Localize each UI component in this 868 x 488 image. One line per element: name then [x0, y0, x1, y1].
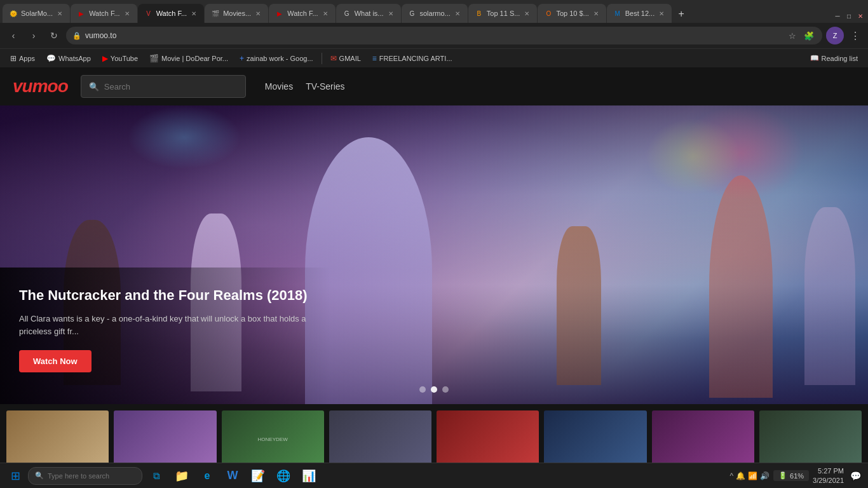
- thumbnail-7[interactable]: [652, 410, 754, 463]
- thumb-inner-7: [652, 410, 754, 463]
- hero-description: All Clara wants is a key - a one-of-a-ki…: [19, 313, 311, 337]
- thumbnail-8[interactable]: [759, 410, 862, 463]
- tab-favicon-6: G: [342, 9, 351, 18]
- taskbar-word[interactable]: 📝: [247, 464, 269, 487]
- tab-close-1[interactable]: ✕: [56, 9, 64, 18]
- tab-bar: 🌞 SolarMo... ✕ ▶ Watch F... ✕ V Watch F.…: [0, 0, 868, 23]
- tab-movies[interactable]: 🎬 Movies... ✕: [205, 4, 268, 23]
- taskbar-search-input[interactable]: [48, 472, 135, 480]
- bookmark-separator: [322, 53, 322, 64]
- watch-now-button[interactable]: Watch Now: [19, 350, 92, 372]
- taskbar-office-w[interactable]: W: [221, 464, 244, 487]
- carousel-dot-1[interactable]: [419, 386, 426, 393]
- close-window-button[interactable]: ✕: [855, 11, 865, 21]
- nav-movies[interactable]: Movies: [265, 81, 293, 92]
- data-app-icon: 📊: [302, 469, 316, 483]
- tab-close-6[interactable]: ✕: [387, 9, 395, 18]
- tab-watchf-2[interactable]: ▶ Watch F... ✕: [71, 4, 137, 23]
- notification-button[interactable]: 💬: [848, 468, 863, 484]
- profile-button[interactable]: Z: [826, 27, 844, 44]
- bookmark-zainab[interactable]: + zainab work - Goog...: [234, 53, 318, 64]
- hero-tree-green: [646, 118, 741, 194]
- thumbnail-4[interactable]: [329, 410, 431, 463]
- file-explorer-icon: 📁: [175, 469, 189, 483]
- extensions-icon[interactable]: 🧩: [802, 29, 816, 43]
- tab-close-10[interactable]: ✕: [658, 9, 665, 18]
- start-button[interactable]: ⊞: [5, 466, 25, 486]
- carousel-dot-3[interactable]: [442, 386, 449, 393]
- site-header: vumoo 🔍 Movies TV-Series: [0, 67, 868, 105]
- tab-best12[interactable]: M Best 12... ✕: [607, 4, 672, 23]
- tray-sound-icon[interactable]: 🔊: [760, 471, 770, 480]
- taskbar-file-explorer[interactable]: 📁: [170, 464, 193, 487]
- battery-indicator[interactable]: 🔋 61%: [773, 470, 809, 481]
- tray-wifi-icon[interactable]: 📶: [748, 471, 757, 480]
- thumbnail-6[interactable]: [544, 410, 646, 463]
- tab-label-1: SolarMo...: [21, 10, 53, 17]
- tab-solarmo[interactable]: G solarmo... ✕: [402, 4, 468, 23]
- site-search-box[interactable]: 🔍: [81, 75, 246, 98]
- thumbnail-1[interactable]: [6, 410, 109, 463]
- tab-close-3[interactable]: ✕: [190, 9, 198, 18]
- zainab-icon: +: [240, 54, 244, 63]
- thumbnail-5[interactable]: [437, 410, 539, 463]
- edge-icon: e: [205, 470, 210, 482]
- tray-network-icon[interactable]: 🔔: [736, 471, 745, 480]
- reading-list-icon: 📖: [810, 54, 819, 62]
- tab-close-9[interactable]: ✕: [592, 9, 600, 18]
- thumbnail-2[interactable]: [114, 410, 216, 463]
- taskbar-taskview[interactable]: ⧉: [145, 464, 168, 487]
- hero-char-far-right: [804, 207, 855, 385]
- new-tab-button[interactable]: +: [672, 5, 690, 23]
- hero-ice-top: [127, 105, 241, 169]
- bookmark-whatsapp[interactable]: 💬 WhatsApp: [41, 53, 96, 64]
- vumoo-logo[interactable]: vumoo: [13, 76, 68, 97]
- minimize-button[interactable]: ─: [832, 11, 843, 21]
- bookmark-freelancing[interactable]: ≡ FREELANCING ARTI...: [367, 53, 458, 64]
- taskbar-search-box[interactable]: 🔍: [28, 467, 142, 485]
- site-search-input[interactable]: [104, 82, 238, 92]
- tab-solarmovie[interactable]: 🌞 SolarMo... ✕: [3, 4, 70, 23]
- tab-favicon-10: M: [613, 9, 622, 18]
- taskbar-data-app[interactable]: 📊: [297, 464, 320, 487]
- clock-time: 5:27 PM: [813, 466, 844, 475]
- url-text: vumoo.to: [85, 31, 782, 40]
- tab-favicon-2: ▶: [77, 9, 86, 18]
- carousel-dot-2[interactable]: [431, 386, 437, 393]
- gmail-icon: ✉: [330, 54, 337, 63]
- taskbar-chrome[interactable]: 🌐: [272, 464, 295, 487]
- bookmark-star-icon[interactable]: ☆: [785, 29, 799, 43]
- tab-favicon-9: O: [544, 9, 553, 18]
- tab-close-8[interactable]: ✕: [523, 9, 531, 18]
- maximize-button[interactable]: □: [844, 11, 854, 21]
- browser-menu-button[interactable]: ⋮: [848, 29, 863, 43]
- url-bar[interactable]: 🔒 vumoo.to ☆ 🧩: [66, 27, 822, 44]
- thumb-inner-5: [437, 410, 539, 463]
- tray-arrow-icon[interactable]: ^: [729, 471, 733, 480]
- tab-close-2[interactable]: ✕: [123, 9, 131, 18]
- forward-button[interactable]: ›: [25, 27, 42, 44]
- reading-list-button[interactable]: 📖 Reading list: [805, 53, 863, 64]
- system-clock[interactable]: 5:27 PM 3/29/2021: [813, 466, 844, 485]
- tab-label-4: Movies...: [223, 10, 251, 17]
- nav-tvseries[interactable]: TV-Series: [306, 81, 344, 92]
- tab-label-7: solarmo...: [420, 10, 451, 17]
- bookmark-apps[interactable]: ⊞ Apps: [5, 53, 40, 64]
- thumbnail-3[interactable]: HONEYDEW: [222, 410, 324, 463]
- tab-watchf-5[interactable]: ▶ Watch F... ✕: [269, 4, 336, 23]
- tab-close-7[interactable]: ✕: [454, 9, 461, 18]
- tab-close-5[interactable]: ✕: [322, 9, 329, 18]
- tab-vumoo-active[interactable]: V Watch F... ✕: [138, 4, 205, 23]
- back-button[interactable]: ‹: [5, 27, 22, 44]
- refresh-button[interactable]: ↻: [46, 27, 62, 44]
- thumb-inner-8: [759, 410, 862, 463]
- tab-top10[interactable]: O Top 10 $... ✕: [538, 4, 606, 23]
- tab-top11[interactable]: B Top 11 S... ✕: [468, 4, 538, 23]
- bookmarks-bar: ⊞ Apps 💬 WhatsApp ▶ YouTube 🎬 Movie | Do…: [0, 48, 868, 67]
- tab-whatis[interactable]: G What is... ✕: [336, 4, 401, 23]
- tab-close-4[interactable]: ✕: [254, 9, 262, 18]
- bookmark-movie[interactable]: 🎬 Movie | DoDear Por...: [144, 53, 233, 64]
- taskbar-edge[interactable]: e: [196, 464, 219, 487]
- bookmark-gmail[interactable]: ✉ GMAIL: [325, 53, 366, 64]
- bookmark-youtube[interactable]: ▶ YouTube: [97, 53, 143, 64]
